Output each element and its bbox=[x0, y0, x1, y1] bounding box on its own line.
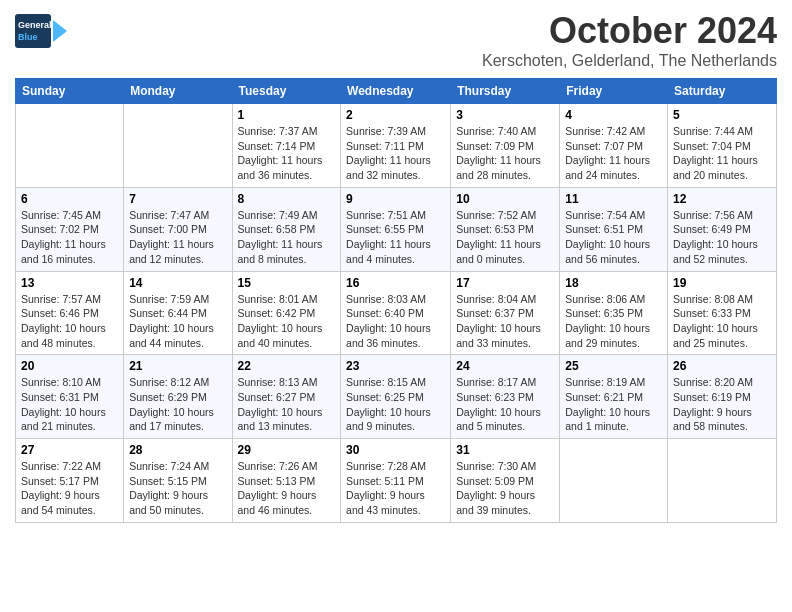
day-info: Sunrise: 7:52 AM Sunset: 6:53 PM Dayligh… bbox=[456, 208, 554, 267]
calendar-cell: 12Sunrise: 7:56 AM Sunset: 6:49 PM Dayli… bbox=[668, 187, 777, 271]
day-info: Sunrise: 8:19 AM Sunset: 6:21 PM Dayligh… bbox=[565, 375, 662, 434]
day-info: Sunrise: 7:26 AM Sunset: 5:13 PM Dayligh… bbox=[238, 459, 336, 518]
calendar-cell bbox=[560, 439, 668, 523]
day-info: Sunrise: 7:42 AM Sunset: 7:07 PM Dayligh… bbox=[565, 124, 662, 183]
day-number: 19 bbox=[673, 276, 771, 290]
day-info: Sunrise: 8:03 AM Sunset: 6:40 PM Dayligh… bbox=[346, 292, 445, 351]
day-of-week-header: Sunday bbox=[16, 79, 124, 104]
day-number: 27 bbox=[21, 443, 118, 457]
day-number: 17 bbox=[456, 276, 554, 290]
day-info: Sunrise: 7:28 AM Sunset: 5:11 PM Dayligh… bbox=[346, 459, 445, 518]
day-number: 22 bbox=[238, 359, 336, 373]
day-number: 9 bbox=[346, 192, 445, 206]
calendar-cell: 23Sunrise: 8:15 AM Sunset: 6:25 PM Dayli… bbox=[341, 355, 451, 439]
day-number: 24 bbox=[456, 359, 554, 373]
calendar-cell: 18Sunrise: 8:06 AM Sunset: 6:35 PM Dayli… bbox=[560, 271, 668, 355]
logo-icon: General Blue bbox=[15, 10, 67, 52]
day-info: Sunrise: 7:54 AM Sunset: 6:51 PM Dayligh… bbox=[565, 208, 662, 267]
day-number: 20 bbox=[21, 359, 118, 373]
day-info: Sunrise: 8:13 AM Sunset: 6:27 PM Dayligh… bbox=[238, 375, 336, 434]
day-number: 16 bbox=[346, 276, 445, 290]
calendar-cell: 2Sunrise: 7:39 AM Sunset: 7:11 PM Daylig… bbox=[341, 104, 451, 188]
calendar-cell: 31Sunrise: 7:30 AM Sunset: 5:09 PM Dayli… bbox=[451, 439, 560, 523]
day-number: 13 bbox=[21, 276, 118, 290]
day-number: 6 bbox=[21, 192, 118, 206]
day-info: Sunrise: 8:12 AM Sunset: 6:29 PM Dayligh… bbox=[129, 375, 226, 434]
calendar-cell: 19Sunrise: 8:08 AM Sunset: 6:33 PM Dayli… bbox=[668, 271, 777, 355]
calendar-cell: 29Sunrise: 7:26 AM Sunset: 5:13 PM Dayli… bbox=[232, 439, 341, 523]
calendar-cell: 21Sunrise: 8:12 AM Sunset: 6:29 PM Dayli… bbox=[124, 355, 232, 439]
day-number: 8 bbox=[238, 192, 336, 206]
calendar-cell: 10Sunrise: 7:52 AM Sunset: 6:53 PM Dayli… bbox=[451, 187, 560, 271]
calendar-cell: 24Sunrise: 8:17 AM Sunset: 6:23 PM Dayli… bbox=[451, 355, 560, 439]
calendar-week-row: 27Sunrise: 7:22 AM Sunset: 5:17 PM Dayli… bbox=[16, 439, 777, 523]
day-info: Sunrise: 7:49 AM Sunset: 6:58 PM Dayligh… bbox=[238, 208, 336, 267]
day-number: 7 bbox=[129, 192, 226, 206]
day-info: Sunrise: 7:57 AM Sunset: 6:46 PM Dayligh… bbox=[21, 292, 118, 351]
day-info: Sunrise: 7:39 AM Sunset: 7:11 PM Dayligh… bbox=[346, 124, 445, 183]
calendar-cell: 26Sunrise: 8:20 AM Sunset: 6:19 PM Dayli… bbox=[668, 355, 777, 439]
calendar-cell: 6Sunrise: 7:45 AM Sunset: 7:02 PM Daylig… bbox=[16, 187, 124, 271]
day-of-week-header: Tuesday bbox=[232, 79, 341, 104]
calendar-cell bbox=[16, 104, 124, 188]
day-of-week-header: Wednesday bbox=[341, 79, 451, 104]
calendar-cell: 13Sunrise: 7:57 AM Sunset: 6:46 PM Dayli… bbox=[16, 271, 124, 355]
page: General Blue October 2024 Kerschoten, Ge… bbox=[0, 0, 792, 533]
calendar-cell: 22Sunrise: 8:13 AM Sunset: 6:27 PM Dayli… bbox=[232, 355, 341, 439]
svg-text:General: General bbox=[18, 20, 52, 30]
day-number: 12 bbox=[673, 192, 771, 206]
calendar-cell: 27Sunrise: 7:22 AM Sunset: 5:17 PM Dayli… bbox=[16, 439, 124, 523]
day-number: 5 bbox=[673, 108, 771, 122]
day-info: Sunrise: 7:22 AM Sunset: 5:17 PM Dayligh… bbox=[21, 459, 118, 518]
calendar-cell: 14Sunrise: 7:59 AM Sunset: 6:44 PM Dayli… bbox=[124, 271, 232, 355]
calendar-cell: 25Sunrise: 8:19 AM Sunset: 6:21 PM Dayli… bbox=[560, 355, 668, 439]
day-number: 14 bbox=[129, 276, 226, 290]
day-of-week-header: Saturday bbox=[668, 79, 777, 104]
day-info: Sunrise: 7:59 AM Sunset: 6:44 PM Dayligh… bbox=[129, 292, 226, 351]
day-info: Sunrise: 8:15 AM Sunset: 6:25 PM Dayligh… bbox=[346, 375, 445, 434]
day-number: 30 bbox=[346, 443, 445, 457]
day-info: Sunrise: 8:08 AM Sunset: 6:33 PM Dayligh… bbox=[673, 292, 771, 351]
calendar-week-row: 13Sunrise: 7:57 AM Sunset: 6:46 PM Dayli… bbox=[16, 271, 777, 355]
day-info: Sunrise: 8:20 AM Sunset: 6:19 PM Dayligh… bbox=[673, 375, 771, 434]
day-number: 3 bbox=[456, 108, 554, 122]
calendar-week-row: 1Sunrise: 7:37 AM Sunset: 7:14 PM Daylig… bbox=[16, 104, 777, 188]
calendar-cell: 7Sunrise: 7:47 AM Sunset: 7:00 PM Daylig… bbox=[124, 187, 232, 271]
day-info: Sunrise: 8:01 AM Sunset: 6:42 PM Dayligh… bbox=[238, 292, 336, 351]
day-number: 10 bbox=[456, 192, 554, 206]
month-title: October 2024 bbox=[482, 10, 777, 52]
day-number: 26 bbox=[673, 359, 771, 373]
calendar-cell: 5Sunrise: 7:44 AM Sunset: 7:04 PM Daylig… bbox=[668, 104, 777, 188]
day-info: Sunrise: 7:37 AM Sunset: 7:14 PM Dayligh… bbox=[238, 124, 336, 183]
day-number: 15 bbox=[238, 276, 336, 290]
calendar-cell bbox=[668, 439, 777, 523]
svg-marker-3 bbox=[53, 20, 67, 42]
day-info: Sunrise: 7:45 AM Sunset: 7:02 PM Dayligh… bbox=[21, 208, 118, 267]
day-of-week-header: Friday bbox=[560, 79, 668, 104]
svg-text:Blue: Blue bbox=[18, 32, 38, 42]
calendar-cell: 20Sunrise: 8:10 AM Sunset: 6:31 PM Dayli… bbox=[16, 355, 124, 439]
header: General Blue October 2024 Kerschoten, Ge… bbox=[15, 10, 777, 70]
day-info: Sunrise: 7:40 AM Sunset: 7:09 PM Dayligh… bbox=[456, 124, 554, 183]
day-number: 21 bbox=[129, 359, 226, 373]
day-of-week-header: Thursday bbox=[451, 79, 560, 104]
day-number: 11 bbox=[565, 192, 662, 206]
calendar-cell: 8Sunrise: 7:49 AM Sunset: 6:58 PM Daylig… bbox=[232, 187, 341, 271]
calendar-cell: 9Sunrise: 7:51 AM Sunset: 6:55 PM Daylig… bbox=[341, 187, 451, 271]
day-info: Sunrise: 7:56 AM Sunset: 6:49 PM Dayligh… bbox=[673, 208, 771, 267]
calendar-cell: 30Sunrise: 7:28 AM Sunset: 5:11 PM Dayli… bbox=[341, 439, 451, 523]
calendar-cell bbox=[124, 104, 232, 188]
calendar-cell: 1Sunrise: 7:37 AM Sunset: 7:14 PM Daylig… bbox=[232, 104, 341, 188]
calendar-cell: 17Sunrise: 8:04 AM Sunset: 6:37 PM Dayli… bbox=[451, 271, 560, 355]
day-info: Sunrise: 8:04 AM Sunset: 6:37 PM Dayligh… bbox=[456, 292, 554, 351]
day-number: 23 bbox=[346, 359, 445, 373]
day-number: 28 bbox=[129, 443, 226, 457]
day-info: Sunrise: 7:51 AM Sunset: 6:55 PM Dayligh… bbox=[346, 208, 445, 267]
day-number: 4 bbox=[565, 108, 662, 122]
day-number: 25 bbox=[565, 359, 662, 373]
location: Kerschoten, Gelderland, The Netherlands bbox=[482, 52, 777, 70]
title-block: October 2024 Kerschoten, Gelderland, The… bbox=[482, 10, 777, 70]
calendar-cell: 4Sunrise: 7:42 AM Sunset: 7:07 PM Daylig… bbox=[560, 104, 668, 188]
calendar-cell: 16Sunrise: 8:03 AM Sunset: 6:40 PM Dayli… bbox=[341, 271, 451, 355]
calendar-cell: 28Sunrise: 7:24 AM Sunset: 5:15 PM Dayli… bbox=[124, 439, 232, 523]
